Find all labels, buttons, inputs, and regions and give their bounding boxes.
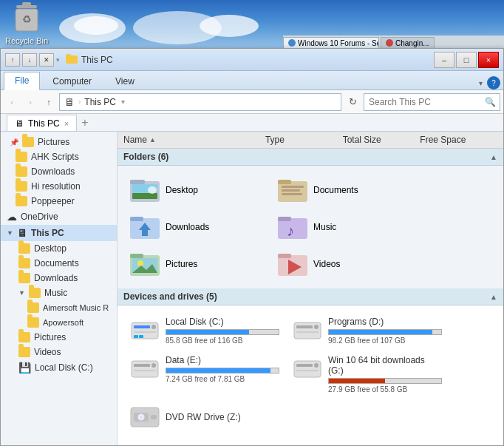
tab-file[interactable]: File bbox=[4, 72, 40, 90]
drive-d-bar bbox=[329, 330, 432, 334]
maximize-button[interactable]: □ bbox=[456, 52, 477, 68]
drive-e-icon bbox=[130, 355, 160, 382]
sidebar-item-downloads[interactable]: Downloads bbox=[1, 271, 117, 285]
sidebar-item-documents[interactable]: Documents bbox=[1, 256, 117, 271]
drive-e-bar bbox=[166, 368, 270, 373]
folder-icon-downloads bbox=[18, 273, 30, 283]
svg-point-42 bbox=[151, 363, 156, 368]
ribbon-collapse[interactable]: ▾ bbox=[479, 79, 483, 87]
sidebar-item-apowersoft[interactable]: Apowersoft bbox=[1, 315, 117, 330]
svg-rect-5 bbox=[66, 54, 71, 57]
drives-section-header[interactable]: Devices and drives (5) ▲ bbox=[118, 288, 503, 305]
drive-g-info: Win 10 64 bit downloads (G:) 27.9 GB fre… bbox=[328, 355, 442, 393]
folders-section-toggle[interactable]: ▲ bbox=[490, 153, 497, 161]
svg-rect-45 bbox=[296, 364, 313, 367]
new-tab-button[interactable]: + bbox=[81, 116, 88, 129]
drive-d-free: 98.2 GB free of 107 GB bbox=[328, 337, 442, 345]
this-pc-tab-icon: 🖥 bbox=[15, 118, 24, 129]
this-pc-tab-label: This PC bbox=[28, 118, 60, 129]
qa-btn-2[interactable]: ↓ bbox=[22, 53, 37, 67]
svg-rect-17 bbox=[130, 217, 143, 221]
sidebar: 📌 Pictures AHK Scripts Downloads Hi reso… bbox=[1, 132, 118, 445]
svg-rect-31 bbox=[134, 325, 150, 328]
drive-item-e[interactable]: Data (E:) 7.24 GB free of 7.81 GB bbox=[123, 350, 286, 399]
col-type-header[interactable]: Type bbox=[265, 135, 343, 145]
browser-tab-2[interactable]: Changin... bbox=[381, 37, 435, 49]
folder-item-desktop[interactable]: Desktop bbox=[123, 172, 271, 209]
sidebar-item-local-disk-c[interactable]: 💾 Local Disk (C:) bbox=[1, 359, 117, 376]
folders-section-header[interactable]: Folders (6) ▲ bbox=[118, 149, 503, 166]
sidebar-item-pictures-qa[interactable]: 📌 Pictures bbox=[1, 135, 117, 149]
folder-item-downloads[interactable]: Downloads bbox=[123, 209, 271, 246]
onedrive-icon: ☁ bbox=[7, 211, 17, 223]
sidebar-item-videos[interactable]: Videos bbox=[1, 345, 117, 359]
folders-grid: Desktop Documents bbox=[118, 166, 503, 288]
folder-item-pictures[interactable]: Pictures bbox=[123, 246, 271, 283]
svg-text:♻: ♻ bbox=[22, 13, 32, 25]
sidebar-item-this-pc[interactable]: ▼ 🖥 This PC bbox=[1, 225, 117, 241]
sidebar-item-ahk[interactable]: AHK Scripts bbox=[1, 149, 117, 164]
qa-btn-3[interactable]: ✕ bbox=[39, 53, 54, 67]
drive-item-c[interactable]: Local Disk (C:) 85.8 GB free of 116 GB bbox=[123, 311, 286, 350]
folder-icon-apowersoft bbox=[27, 317, 39, 328]
sidebar-item-pictures[interactable]: Pictures bbox=[1, 330, 117, 345]
sidebar-item-desktop[interactable]: Desktop bbox=[1, 241, 117, 256]
recycle-bin-label: Recycle Bin bbox=[0, 36, 53, 45]
folder-item-documents[interactable]: Documents bbox=[271, 172, 419, 209]
this-pc-tab[interactable]: 🖥 This PC × bbox=[7, 115, 77, 131]
col-totalsize-header[interactable]: Total Size bbox=[343, 135, 420, 145]
sidebar-item-aimersoft[interactable]: Aimersoft Music R bbox=[1, 300, 117, 315]
this-pc-tab-close[interactable]: × bbox=[64, 119, 69, 128]
drive-d-info: Programs (D:) 98.2 GB free of 107 GB bbox=[328, 317, 442, 345]
column-headers: Name ▲ Type Total Size Free Space bbox=[118, 132, 503, 149]
search-input[interactable] bbox=[364, 93, 500, 111]
music-folder-icon: ♪ bbox=[278, 214, 307, 240]
svg-point-32 bbox=[151, 325, 156, 329]
svg-rect-7 bbox=[130, 180, 145, 184]
back-button[interactable]: ‹ bbox=[4, 93, 20, 111]
qa-btn-1[interactable]: ↑ bbox=[5, 53, 20, 67]
search-container: 🔍 bbox=[364, 93, 500, 111]
drives-grid: Local Disk (C:) 85.8 GB free of 116 GB bbox=[118, 305, 503, 442]
forward-button[interactable]: › bbox=[22, 93, 38, 111]
folder-item-music[interactable]: ♪ Music bbox=[271, 209, 419, 246]
sidebar-item-onedrive[interactable]: ☁ OneDrive bbox=[1, 209, 117, 225]
drive-g-free: 27.9 GB free of 55.8 GB bbox=[328, 385, 442, 393]
sidebar-item-music[interactable]: ▼ Music bbox=[1, 285, 117, 300]
address-path-arrow: › bbox=[78, 98, 81, 106]
drive-d-bar-container bbox=[328, 329, 442, 335]
recycle-bin[interactable]: ♻ Recycle Bin bbox=[0, 1, 53, 45]
tab-computer[interactable]: Computer bbox=[41, 72, 103, 89]
svg-rect-15 bbox=[282, 193, 302, 195]
sidebar-item-downloads-qa[interactable]: Downloads bbox=[1, 164, 117, 179]
help-button[interactable]: ? bbox=[487, 76, 500, 89]
svg-rect-39 bbox=[296, 331, 319, 333]
drive-row-2: Data (E:) 7.24 GB free of 7.81 GB bbox=[123, 350, 497, 399]
up-button[interactable]: ↑ bbox=[41, 93, 57, 111]
drive-item-g[interactable]: Win 10 64 bit downloads (G:) 27.9 GB fre… bbox=[286, 350, 449, 399]
title-bar-controls: – □ × bbox=[434, 52, 499, 68]
content-tab-bar: 🖥 This PC × + bbox=[1, 114, 503, 132]
folder-item-videos[interactable]: Videos bbox=[271, 246, 419, 283]
drive-item-d[interactable]: Programs (D:) 98.2 GB free of 107 GB bbox=[286, 311, 449, 350]
svg-point-52 bbox=[140, 416, 142, 418]
refresh-button[interactable]: ↻ bbox=[344, 93, 361, 111]
minimize-button[interactable]: – bbox=[434, 52, 454, 68]
sidebar-item-poppeeper[interactable]: Poppeeper bbox=[1, 194, 117, 209]
sidebar-item-hiresolution[interactable]: Hi resolution bbox=[1, 179, 117, 194]
address-input[interactable]: 🖥 › This PC ▾ bbox=[59, 93, 341, 111]
title-bar-text: This PC bbox=[81, 55, 434, 65]
col-name-header[interactable]: Name ▲ bbox=[123, 135, 265, 145]
folder-icon-ahk bbox=[16, 152, 27, 162]
browser-tab-1[interactable]: Windows 10 Forums - Sea... × bbox=[283, 37, 379, 49]
folder-icon-downloads-qa bbox=[16, 166, 27, 177]
close-button[interactable]: × bbox=[478, 52, 499, 68]
svg-rect-34 bbox=[134, 335, 138, 338]
drive-c-bar bbox=[166, 330, 249, 334]
col-freespace-header[interactable]: Free Space bbox=[420, 135, 497, 145]
drive-item-z[interactable]: DVD RW Drive (Z:) bbox=[123, 399, 497, 436]
drive-e-info: Data (E:) 7.24 GB free of 7.81 GB bbox=[166, 355, 279, 383]
tab-view[interactable]: View bbox=[104, 72, 146, 89]
drives-section-toggle[interactable]: ▲ bbox=[490, 293, 497, 301]
svg-rect-14 bbox=[282, 189, 300, 192]
